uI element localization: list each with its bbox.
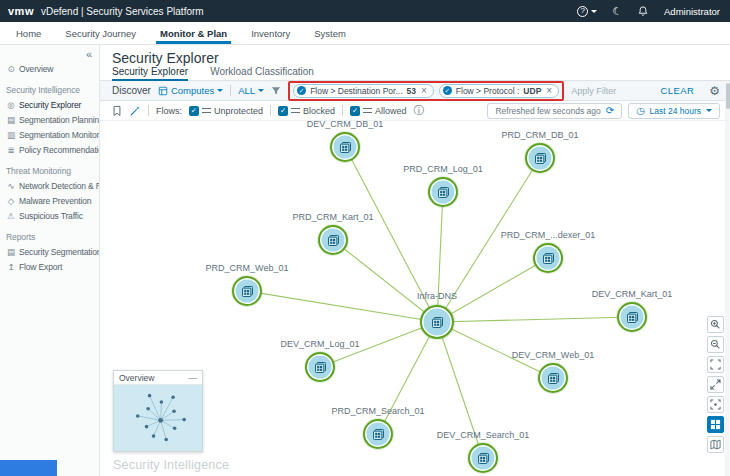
clear-filters-button[interactable]: CLEAR bbox=[661, 85, 695, 96]
export-icon: ↥ bbox=[6, 262, 16, 272]
sidebar-item-label: Security Explorer bbox=[19, 100, 81, 110]
warning-icon: ⚠ bbox=[6, 211, 16, 221]
time-range-dropdown[interactable]: ◷ Last 24 hours bbox=[628, 103, 720, 119]
tab-security-explorer[interactable]: Security Explorer bbox=[112, 65, 188, 80]
graph-node-circle bbox=[617, 302, 647, 332]
filter-chip[interactable]: ✓ Flow > Destination Por... 53 × bbox=[293, 84, 434, 98]
checkbox-label: Unprotected bbox=[214, 106, 263, 116]
graph-node-label: DEV_CRM_Web_01 bbox=[512, 350, 594, 360]
zoom-in-button[interactable] bbox=[707, 316, 724, 333]
divider bbox=[270, 105, 271, 116]
entity-type-value: Computes bbox=[171, 85, 214, 96]
sidebar-item-overview[interactable]: ⊙ Overview bbox=[0, 61, 99, 76]
magic-wand-button[interactable] bbox=[129, 105, 141, 117]
filter-valid-icon: ✓ bbox=[297, 86, 306, 95]
computes-icon bbox=[158, 86, 168, 96]
nav-system[interactable]: System bbox=[302, 22, 358, 44]
graph-node-label: DEV_CRM_DB_01 bbox=[307, 121, 384, 129]
tab-label: Workload Classification bbox=[210, 66, 314, 77]
vm-stack-icon bbox=[476, 451, 491, 466]
vm-stack-icon bbox=[338, 140, 353, 155]
checkbox-checked-icon: ✓ bbox=[189, 106, 199, 116]
nav-home[interactable]: Home bbox=[4, 22, 53, 44]
scope-dropdown[interactable]: ALL bbox=[238, 85, 264, 96]
graph-node-label: DEV_CRM_Search_01 bbox=[437, 430, 530, 440]
sidebar-item-network-detection[interactable]: ∿ Network Detection & Res... bbox=[0, 178, 99, 193]
sidebar-group-header: Reports bbox=[0, 223, 99, 244]
vm-stack-icon bbox=[541, 251, 556, 266]
grid-icon bbox=[710, 419, 721, 430]
graph-node-circle bbox=[305, 352, 335, 382]
info-icon[interactable]: ⓘ bbox=[414, 105, 425, 116]
remove-filter-icon[interactable]: × bbox=[546, 86, 552, 96]
vertical-scrollbar[interactable] bbox=[725, 81, 730, 476]
minimap-panel[interactable]: Overview — bbox=[113, 370, 203, 452]
refresh-status-text: Refreshed few seconds ago bbox=[495, 106, 600, 116]
clock-icon: ◷ bbox=[636, 106, 644, 116]
app-title: vDefend | Security Services Platform bbox=[41, 6, 204, 17]
vm-stack-icon bbox=[313, 360, 328, 375]
user-menu[interactable]: Administrator bbox=[664, 6, 720, 17]
flow-filter-unprotected[interactable]: ✓ Unprotected bbox=[189, 106, 263, 116]
scope-value: ALL bbox=[238, 85, 255, 96]
graph-node-label: DEV_CRM_Kart_01 bbox=[592, 289, 673, 299]
theme-toggle-button[interactable]: ☾ bbox=[612, 6, 622, 17]
graph-node-label: PRD_CRM_...dexer_01 bbox=[501, 230, 596, 240]
flow-line-icon bbox=[202, 108, 211, 113]
report-icon: ▤ bbox=[6, 247, 16, 257]
minimap-viewport[interactable] bbox=[114, 385, 202, 451]
sidebar-item-flow-export[interactable]: ↥ Flow Export bbox=[0, 259, 99, 274]
sidebar-item-label: Overview bbox=[19, 64, 53, 74]
settings-gear-icon[interactable]: ⚙ bbox=[709, 85, 720, 97]
sidebar-item-suspicious-traffic[interactable]: ⚠ Suspicious Traffic bbox=[0, 208, 99, 223]
sidebar-item-label: Malware Prevention bbox=[19, 196, 91, 206]
bottom-left-blue-badge[interactable] bbox=[0, 460, 57, 476]
topology-canvas[interactable]: DEV_CRM_DB_01 PRD_CRM_DB_01 PRD_CRM_Log_… bbox=[100, 121, 730, 476]
policy-icon: ≣ bbox=[6, 145, 16, 155]
chevron-down-icon bbox=[258, 89, 264, 92]
zoom-out-button[interactable] bbox=[707, 336, 724, 353]
help-menu-button[interactable]: ? bbox=[577, 6, 597, 17]
entity-type-dropdown[interactable]: Computes bbox=[158, 85, 223, 96]
expand-arrows-icon bbox=[710, 379, 721, 390]
sidebar-collapse-icon[interactable]: « bbox=[86, 48, 92, 60]
sidebar-item-security-explorer[interactable]: ◎ Security Explorer bbox=[0, 97, 99, 112]
apply-filter-button[interactable]: Apply Filter bbox=[571, 86, 616, 96]
scrollbar-thumb[interactable] bbox=[726, 83, 730, 109]
nav-security-journey[interactable]: Security Journey bbox=[53, 22, 148, 44]
chevron-down-icon bbox=[217, 89, 223, 92]
bookmark-button[interactable] bbox=[112, 105, 122, 117]
expand-button[interactable] bbox=[707, 376, 724, 393]
center-view-button[interactable] bbox=[707, 396, 724, 413]
sidebar-item-segmentation-monitoring[interactable]: ▥ Segmentation Monitoring bbox=[0, 127, 99, 142]
minimize-icon[interactable]: — bbox=[189, 373, 198, 383]
filter-funnel-icon bbox=[271, 86, 281, 96]
filter-chip[interactable]: ✓ Flow > Protocol : UDP × bbox=[439, 84, 559, 98]
filter-valid-icon: ✓ bbox=[443, 86, 452, 95]
sidebar-item-malware-prevention[interactable]: ◇ Malware Prevention bbox=[0, 193, 99, 208]
select-mode-button[interactable] bbox=[707, 416, 724, 433]
moon-icon: ☾ bbox=[612, 6, 622, 17]
minimap-toggle-button[interactable] bbox=[707, 436, 724, 453]
tab-label: Security Explorer bbox=[112, 66, 188, 77]
graph-node-label: PRD_CRM_Log_01 bbox=[403, 164, 483, 174]
vm-stack-icon bbox=[546, 371, 561, 386]
fit-screen-button[interactable] bbox=[707, 356, 724, 373]
center-target-icon bbox=[710, 399, 721, 410]
sidebar-item-segmentation-planning[interactable]: ▤ Segmentation Planning bbox=[0, 112, 99, 127]
notifications-button[interactable] bbox=[637, 5, 649, 17]
tab-workload-classification[interactable]: Workload Classification bbox=[210, 65, 314, 80]
chevron-down-icon bbox=[706, 109, 712, 112]
flow-line-icon bbox=[291, 108, 300, 113]
refresh-icon[interactable]: ⟳ bbox=[606, 106, 614, 116]
flow-filter-blocked[interactable]: ✓ Blocked bbox=[278, 106, 335, 116]
sidebar-group-header: Threat Monitoring bbox=[0, 157, 99, 178]
remove-filter-icon[interactable]: × bbox=[421, 86, 427, 96]
nav-monitor-and-plan[interactable]: Monitor & Plan bbox=[148, 22, 239, 44]
magic-wand-icon bbox=[129, 105, 141, 117]
flow-filter-allowed[interactable]: ✓ Allowed bbox=[350, 106, 407, 116]
nav-inventory[interactable]: Inventory bbox=[239, 22, 302, 44]
sidebar-item-policy-recommendations[interactable]: ≣ Policy Recommendations bbox=[0, 142, 99, 157]
graph-node-label: DEV_CRM_Log_01 bbox=[280, 339, 359, 349]
sidebar-item-security-segmentation-report[interactable]: ▤ Security Segmentation R... bbox=[0, 244, 99, 259]
